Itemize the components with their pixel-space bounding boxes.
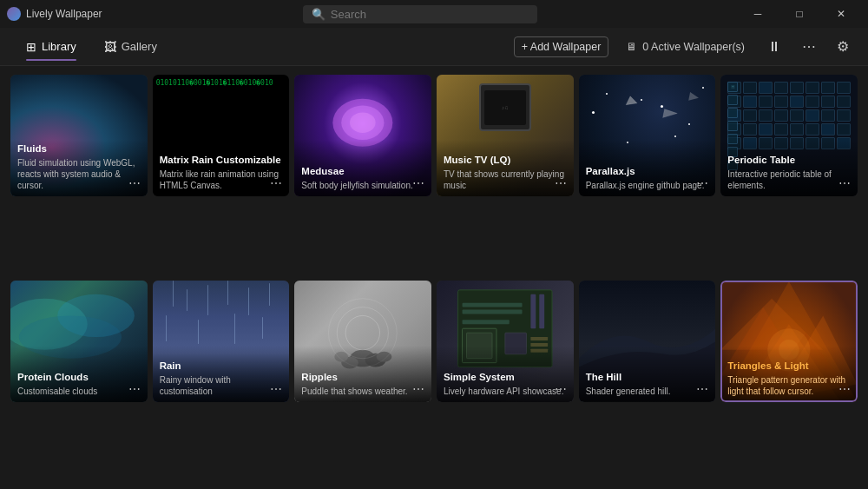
card-title-the-hill: The Hill — [586, 371, 709, 384]
music-tv-device: ♪♫ — [479, 83, 531, 131]
minimize-button[interactable]: ─ — [738, 0, 778, 28]
card-title-ripples: Ripples — [301, 371, 424, 384]
gallery-icon: 🖼 — [104, 40, 116, 54]
card-triangles-light[interactable]: Triangles & Light Triangle pattern gener… — [720, 281, 858, 402]
card-menu-rain[interactable]: ⋯ — [266, 381, 286, 397]
tab-gallery-label: Gallery — [122, 40, 157, 53]
card-desc-parallax: Parallax.js engine github page. — [586, 180, 709, 191]
card-desc-ripples: Puddle that shows weather. — [301, 386, 424, 397]
add-wallpaper-button[interactable]: + Add Wallpaper — [514, 36, 609, 57]
settings-button[interactable]: ⚙ — [832, 35, 854, 58]
card-menu-parallax[interactable]: ⋯ — [693, 175, 712, 191]
search-icon: 🔍 — [312, 8, 326, 21]
card-menu-protein[interactable]: ⋯ — [125, 381, 144, 397]
search-input[interactable] — [331, 8, 529, 21]
gradient-overlay — [720, 346, 858, 402]
card-menu-periodic[interactable]: ⋯ — [835, 175, 854, 191]
svg-marker-29 — [720, 281, 858, 401]
navbar-actions: + Add Wallpaper 🖥 0 Active Wallpaper(s) … — [514, 35, 854, 58]
svg-point-2 — [350, 112, 376, 133]
card-medusae[interactable]: Medusae Soft body jellyfish simulation. … — [294, 75, 431, 196]
card-simple-system[interactable]: Simple System Lively hardware API showca… — [437, 281, 574, 402]
card-desc-fluids: Fluid simulation using WebGL, reacts wit… — [17, 157, 141, 191]
card-desc-matrix: Matrix like rain animation using HTML5 C… — [160, 169, 283, 191]
card-menu-fluids[interactable]: ⋯ — [125, 175, 144, 191]
pause-button[interactable]: ⏸ — [762, 36, 786, 58]
card-desc-music-tv: TV that shows currently playing music — [444, 169, 567, 191]
card-desc-protein: Customisable clouds — [17, 386, 141, 397]
card-parallax[interactable]: Parallax.js Parallax.js engine github pa… — [579, 75, 716, 196]
card-title-rain: Rain — [160, 360, 283, 373]
card-rain[interactable]: Rain Rainy window with customisation ⋯ — [153, 281, 290, 402]
card-title-parallax: Parallax.js — [586, 165, 709, 178]
card-title-triangles: Triangles & Light — [727, 360, 851, 373]
wallpaper-grid: Fluids Fluid simulation using WebGL, rea… — [0, 66, 868, 489]
card-title-fluids: Fluids — [17, 142, 141, 155]
card-bg-triangles — [720, 281, 858, 402]
titlebar-left: Lively Wallpaper — [7, 7, 102, 21]
card-fluids[interactable]: Fluids Fluid simulation using WebGL, rea… — [10, 75, 148, 196]
card-menu-music-tv[interactable]: ⋯ — [551, 175, 570, 191]
close-button[interactable]: ✕ — [821, 0, 861, 28]
svg-marker-33 — [720, 307, 806, 375]
card-matrix-rain[interactable]: Matrix Rain Customizable Matrix like rai… — [153, 75, 290, 196]
svg-point-35 — [768, 328, 811, 371]
card-title-periodic: Periodic Table — [727, 154, 851, 167]
svg-rect-21 — [530, 294, 536, 327]
tab-library[interactable]: ⊞ Library — [14, 35, 89, 59]
music-tv-screen: ♪♫ — [484, 90, 526, 125]
card-title-simple-system: Simple System — [444, 371, 567, 384]
svg-marker-30 — [720, 298, 823, 349]
card-menu-triangles[interactable]: ⋯ — [835, 381, 854, 397]
navbar-tabs: ⊞ Library 🖼 Gallery — [14, 35, 169, 59]
card-title-protein: Protein Clouds — [17, 371, 141, 384]
card-the-hill[interactable]: The Hill Shader generated hill. ⋯ — [579, 281, 716, 402]
maximize-button[interactable]: □ — [779, 0, 819, 28]
navbar: ⊞ Library 🖼 Gallery + Add Wallpaper 🖥 0 … — [0, 28, 868, 66]
app-icon — [7, 7, 21, 21]
card-menu-medusae[interactable]: ⋯ — [409, 175, 428, 191]
card-title-matrix: Matrix Rain Customizable — [160, 154, 283, 167]
more-options-button[interactable]: ⋯ — [797, 35, 821, 58]
titlebar: Lively Wallpaper 🔍 ─ □ ✕ — [0, 0, 868, 28]
card-title-medusae: Medusae — [301, 165, 424, 178]
tab-library-label: Library — [42, 40, 76, 53]
card-desc-simple-system: Lively hardware API showcase. — [444, 386, 567, 397]
svg-rect-22 — [539, 294, 544, 327]
card-desc-the-hill: Shader generated hill. — [586, 386, 709, 397]
card-menu-matrix[interactable]: ⋯ — [266, 175, 286, 191]
svg-rect-19 — [463, 309, 523, 314]
card-title-music-tv: Music TV (LQ) — [444, 154, 567, 167]
card-desc-triangles: Triangle pattern generator with light th… — [727, 374, 851, 397]
titlebar-controls: ─ □ ✕ — [738, 0, 861, 28]
app-title: Lively Wallpaper — [26, 8, 102, 20]
svg-marker-3 — [626, 96, 637, 105]
search-bar: 🔍 — [303, 5, 537, 23]
svg-marker-5 — [688, 92, 699, 101]
svg-rect-18 — [463, 302, 523, 307]
titlebar-center: 🔍 — [102, 5, 738, 23]
monitor-icon: 🖥 — [626, 41, 637, 53]
card-menu-simple-system[interactable]: ⋯ — [551, 381, 570, 397]
svg-point-14 — [345, 315, 379, 349]
svg-point-36 — [779, 340, 799, 360]
active-wallpaper-label: 0 Active Wallpaper(s) — [642, 41, 745, 53]
svg-rect-26 — [530, 337, 548, 340]
card-menu-ripples[interactable]: ⋯ — [409, 381, 428, 397]
card-desc-periodic: Interactive periodic table of elements. — [727, 169, 851, 191]
card-ripples[interactable]: Ripples Puddle that shows weather. ⋯ — [294, 281, 431, 402]
card-desc-rain: Rainy window with customisation — [160, 374, 283, 397]
card-music-tv[interactable]: ♪♫ Music TV (LQ) TV that shows currently… — [437, 75, 574, 196]
card-info-triangles: Triangles & Light Triangle pattern gener… — [720, 354, 858, 402]
svg-rect-20 — [463, 320, 510, 324]
svg-marker-34 — [772, 315, 858, 401]
card-desc-medusae: Soft body jellyfish simulation. — [301, 180, 424, 191]
active-wallpaper-button[interactable]: 🖥 0 Active Wallpaper(s) — [619, 37, 752, 56]
library-icon: ⊞ — [26, 40, 36, 54]
card-menu-the-hill[interactable]: ⋯ — [693, 381, 712, 397]
card-protein-clouds[interactable]: Protein Clouds Customisable clouds ⋯ — [10, 281, 148, 402]
svg-marker-4 — [662, 109, 677, 118]
svg-marker-32 — [738, 324, 840, 401]
tab-gallery[interactable]: 🖼 Gallery — [92, 35, 169, 59]
card-periodic-table[interactable]: H Periodic Table Interactive periodic ta… — [720, 75, 858, 196]
